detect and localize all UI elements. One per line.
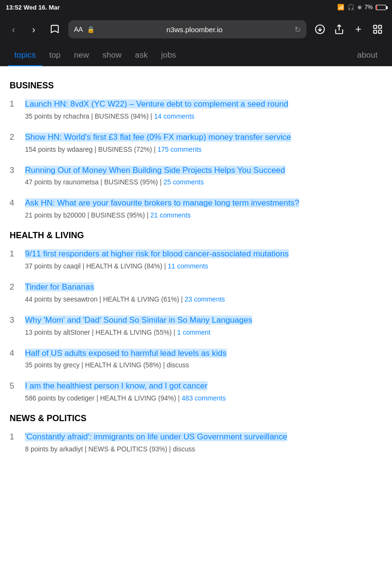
story-content: Launch HN: 8vdX (YC W22) – Venture debt …	[25, 98, 382, 120]
story-number: 3	[10, 165, 18, 175]
story-title-link[interactable]: 9/11 first responders at higher risk for…	[25, 249, 289, 258]
forward-button[interactable]: ›	[26, 22, 41, 37]
story-pipe: | HEALTH & LIVING (84%) |	[81, 262, 168, 270]
story-number: 5	[10, 380, 18, 391]
battery-icon	[376, 5, 386, 10]
section-health: HEALTH & LIVING 1 9/11 first responders …	[10, 230, 382, 402]
url-text: n3ws.ploomber.io	[98, 25, 291, 34]
lock-icon: 🔒	[87, 26, 95, 33]
story-points: 154 points by	[25, 146, 67, 153]
story-title-link[interactable]: Running Out of Money When Building Side …	[25, 166, 285, 175]
tab-jobs[interactable]: jobs	[154, 45, 183, 66]
tab-new[interactable]: new	[67, 45, 96, 66]
story-item: 1 9/11 first responders at higher risk f…	[10, 248, 382, 270]
story-number: 2	[10, 132, 18, 142]
story-item: 2 Show HN: World's first £3 flat fee (0%…	[10, 132, 382, 153]
reload-button[interactable]: ↻	[294, 25, 301, 34]
story-title-link[interactable]: Ask HN: What are your favourite brokers …	[25, 198, 299, 207]
story-meta: 35 points by rchachra | BUSINESS (94%) |…	[25, 112, 382, 120]
tabs-button[interactable]	[369, 21, 386, 38]
story-number: 4	[10, 348, 18, 358]
story-comments[interactable]: 11 comments	[168, 262, 208, 270]
story-meta: 47 points by raunometsa | BUSINESS (95%)…	[25, 178, 382, 186]
new-tab-button[interactable]: +	[350, 21, 367, 38]
section-title-news: NEWS & POLITICS	[10, 413, 382, 424]
story-comments[interactable]: 1 comment	[177, 328, 210, 336]
svg-rect-3	[374, 25, 377, 28]
text-size-label: AA	[74, 25, 83, 33]
svg-rect-5	[374, 30, 377, 33]
story-comments[interactable]: 21 comments	[150, 211, 191, 219]
story-title-link[interactable]: Half of US adults exposed to harmful lea…	[25, 349, 227, 358]
story-content: Running Out of Money When Building Side …	[25, 165, 382, 186]
story-author[interactable]: arkadiyt	[60, 445, 83, 453]
address-bar[interactable]: AA 🔒 n3ws.ploomber.io ↻	[68, 20, 306, 38]
story-author[interactable]: seesawtron	[63, 295, 98, 303]
location-icon: ⊕	[357, 4, 362, 11]
story-author[interactable]: altStoner	[63, 328, 90, 336]
section-title-health: HEALTH & LIVING	[10, 230, 382, 241]
section-business: BUSINESS 1 Launch HN: 8vdX (YC W22) – Ve…	[10, 81, 382, 219]
nav-tabs: topics top new show ask jobs about	[0, 44, 392, 66]
story-discuss[interactable]: discuss	[173, 445, 196, 453]
browser-action-buttons: +	[311, 21, 386, 38]
story-points: 35 points by	[25, 361, 63, 369]
story-meta: 586 points by codetiger | HEALTH & LIVIN…	[25, 394, 382, 402]
story-number: 4	[10, 197, 18, 208]
story-number: 3	[10, 315, 18, 325]
story-title-link[interactable]: Launch HN: 8vdX (YC W22) – Venture debt …	[25, 99, 288, 109]
story-comments[interactable]: 14 comments	[154, 112, 195, 120]
status-bar: 13:52 Wed 16. Mar 📶 🎧 ⊕ 7%	[0, 0, 392, 14]
tab-show[interactable]: show	[96, 45, 128, 66]
story-points: 37 points by	[25, 262, 63, 270]
story-author[interactable]: wdaareg	[67, 146, 93, 153]
status-time: 13:52 Wed 16. Mar	[6, 4, 60, 11]
download-button[interactable]	[311, 21, 329, 38]
battery-percent: 7%	[365, 4, 373, 11]
section-news: NEWS & POLITICS 1 'Constantly afraid': i…	[10, 413, 382, 453]
svg-rect-4	[379, 25, 381, 28]
story-item: 5 I am the healthiest person I know, and…	[10, 380, 382, 402]
story-title-link[interactable]: Why 'Mom' and 'Dad' Sound So Similar in …	[25, 315, 252, 325]
story-item: 3 Why 'Mom' and 'Dad' Sound So Similar i…	[10, 315, 382, 336]
headphone-icon: 🎧	[347, 4, 355, 11]
story-pipe: | BUSINESS (95%) |	[98, 178, 163, 186]
bookmark-button[interactable]	[46, 21, 63, 38]
section-title-business: BUSINESS	[10, 81, 382, 91]
story-comments[interactable]: 25 comments	[163, 178, 204, 186]
back-button[interactable]: ‹	[6, 22, 21, 37]
story-content: Half of US adults exposed to harmful lea…	[25, 348, 382, 369]
tab-top[interactable]: top	[42, 45, 67, 66]
story-discuss[interactable]: discuss	[167, 361, 189, 369]
share-button[interactable]	[331, 21, 348, 38]
story-author[interactable]: raunometsa	[63, 178, 98, 186]
story-comments[interactable]: 23 comments	[184, 295, 225, 303]
story-pipe: | HEALTH & LIVING (55%) |	[90, 328, 177, 336]
story-author[interactable]: caaqil	[63, 262, 81, 270]
story-meta: 44 points by seesawtron | HEALTH & LIVIN…	[25, 295, 382, 303]
story-comments[interactable]: 483 comments	[182, 394, 226, 402]
story-author[interactable]: b20000	[63, 211, 86, 219]
story-comments[interactable]: 175 comments	[158, 146, 202, 153]
story-author[interactable]: codetiger	[67, 394, 95, 402]
main-content: BUSINESS 1 Launch HN: 8vdX (YC W22) – Ve…	[0, 66, 392, 474]
story-item: 1 Launch HN: 8vdX (YC W22) – Venture deb…	[10, 98, 382, 120]
story-number: 1	[10, 98, 18, 109]
tab-about[interactable]: about	[350, 45, 384, 66]
story-title-link[interactable]: Show HN: World's first £3 flat fee (0% F…	[25, 133, 291, 142]
story-item: 2 Tinder for Bananas 44 points by seesaw…	[10, 281, 382, 303]
story-item: 1 'Constantly afraid': immigrants on lif…	[10, 431, 382, 453]
story-title-link[interactable]: Tinder for Bananas	[25, 282, 94, 291]
tab-ask[interactable]: ask	[128, 45, 154, 66]
tab-topics[interactable]: topics	[8, 45, 42, 66]
story-author[interactable]: grecy	[63, 361, 79, 369]
story-title-link[interactable]: 'Constantly afraid': immigrants on life …	[25, 432, 287, 441]
story-meta: 37 points by caaqil | HEALTH & LIVING (8…	[25, 262, 382, 270]
story-pipe: | HEALTH & LIVING (94%) |	[95, 394, 182, 402]
story-number: 1	[10, 431, 18, 442]
story-title-link[interactable]: I am the healthiest person I know, and I…	[25, 381, 208, 390]
story-points: 44 points by	[25, 295, 63, 303]
story-author[interactable]: rchachra	[63, 112, 89, 120]
story-pipe: | NEWS & POLITICS (93%) |	[83, 445, 173, 453]
story-item: 4 Ask HN: What are your favourite broker…	[10, 197, 382, 219]
